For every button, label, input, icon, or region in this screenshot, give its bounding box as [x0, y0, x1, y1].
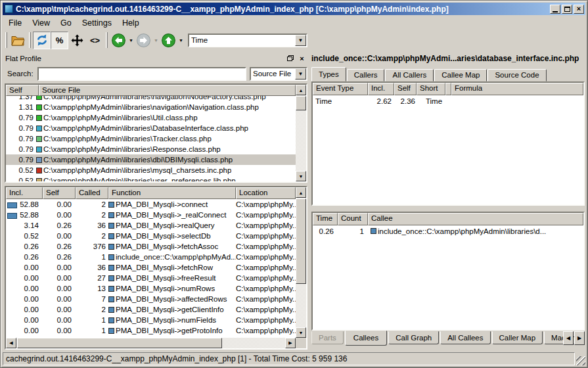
file-list-vertical-scrollbar[interactable]: ▲ ▼: [296, 85, 306, 181]
function-table-vertical-scrollbar[interactable]: ▲ ▼: [296, 187, 306, 338]
shorten-templates-button[interactable]: <>: [86, 32, 104, 49]
function-row[interactable]: 0.520.002PMA_DBI_Mysqli->selectDbC:\xamp…: [6, 231, 296, 241]
file-list-row[interactable]: 0.52C:\xampp\phpMyAdmin\libraries\user_p…: [6, 175, 296, 181]
column-header-short[interactable]: Short: [417, 83, 445, 95]
up-dropdown[interactable]: ▼: [177, 32, 185, 49]
dock-close-button[interactable]: ×: [297, 54, 307, 63]
scrollbar-thumb[interactable]: [296, 198, 306, 284]
maximize-button[interactable]: [562, 5, 572, 14]
title-bar[interactable]: C:\xampp\tmp\cachegrind.out.1416463299-C…: [3, 3, 585, 15]
event-type-selector[interactable]: Time ▼: [188, 34, 307, 47]
column-header-called[interactable]: Called: [76, 187, 108, 199]
function-row[interactable]: 0.000.0013PMA_DBI_Mysqli->numRowsC:\xamp…: [6, 283, 296, 294]
relative-percent-button[interactable]: %: [51, 32, 68, 49]
toolbar-handle[interactable]: [106, 32, 108, 48]
file-list-row[interactable]: 1.37C:\xampp\phpMyAdmin\libraries\naviga…: [6, 96, 296, 102]
column-header-callee[interactable]: Callee: [368, 213, 583, 225]
toolbar-handle[interactable]: [29, 32, 31, 48]
tab-callees[interactable]: Callees: [345, 331, 387, 346]
column-header-incl[interactable]: Incl.: [6, 187, 43, 199]
search-input[interactable]: [37, 67, 246, 81]
menu-file[interactable]: File: [3, 17, 27, 29]
scroll-down-button[interactable]: ▼: [296, 171, 306, 181]
scrollbar-thumb[interactable]: [17, 338, 222, 348]
function-row[interactable]: 0.000.001PMA_DBI_Mysqli->getProtoInfoC:\…: [6, 325, 296, 336]
file-list-row[interactable]: 1.31C:\xampp\phpMyAdmin\libraries\naviga…: [6, 102, 296, 112]
tab-parts[interactable]: Parts: [311, 331, 344, 344]
menu-go[interactable]: Go: [55, 17, 77, 29]
resize-grip-icon[interactable]: [576, 356, 585, 365]
back-dropdown[interactable]: ▼: [127, 32, 135, 49]
function-row[interactable]: 0.260.26376PMA_DBI_Mysqli->fetchAssocC:\…: [6, 241, 296, 252]
back-button[interactable]: [110, 32, 127, 49]
up-button[interactable]: [160, 32, 177, 49]
cycle-detection-button[interactable]: [33, 32, 51, 49]
column-header-incl[interactable]: Incl.: [368, 83, 394, 95]
dock-title-bar[interactable]: Flat Profile ×: [3, 52, 309, 64]
tab-scroll-right-button[interactable]: ▶: [574, 331, 585, 345]
scrollbar-thumb[interactable]: [296, 96, 306, 110]
function-table-horizontal-scrollbar[interactable]: ◀ ▶: [6, 338, 296, 348]
float-icon: [287, 55, 294, 61]
menu-help[interactable]: Help: [117, 17, 145, 29]
file-list-row[interactable]: 0.79C:\xampp\phpMyAdmin\libraries\Util.c…: [6, 112, 296, 123]
close-button[interactable]: ×: [574, 5, 584, 14]
callee-row[interactable]: 0.26 1 include_once::C:\xampp\phpMyAdmin…: [313, 225, 583, 237]
dock-float-button[interactable]: [285, 54, 295, 63]
tab-all-callees[interactable]: All Callees: [440, 331, 490, 344]
function-row[interactable]: 52.880.002PMA_DBI_Mysqli->connectC:\xamp…: [6, 199, 296, 210]
tab-types[interactable]: Types: [311, 67, 346, 81]
move-arrows-icon: [71, 34, 83, 47]
column-header-self[interactable]: Self: [43, 187, 76, 199]
combo-dropdown-icon[interactable]: ▼: [295, 35, 306, 46]
column-header-time[interactable]: Time: [313, 213, 338, 225]
function-row[interactable]: 0.000.0036PMA_DBI_Mysqli->fetchRowC:\xam…: [6, 262, 296, 273]
scroll-left-button[interactable]: ◀: [6, 338, 16, 348]
tab-call-graph[interactable]: Call Graph: [388, 331, 439, 344]
scroll-right-button[interactable]: ▶: [285, 338, 296, 348]
function-row[interactable]: 0.000.007PMA_DBI_Mysqli->affectedRowsC:\…: [6, 294, 296, 304]
tab-source-code[interactable]: Source Code: [487, 69, 546, 81]
tab-all-callers[interactable]: All Callers: [385, 69, 434, 81]
column-header-self[interactable]: Self: [394, 83, 417, 95]
event-type-row[interactable]: Time 2.62 2.36 Time: [313, 95, 583, 106]
function-row[interactable]: 0.260.261include_once::C:\xampp\phpMyAd.…: [6, 252, 296, 262]
forward-dropdown[interactable]: ▼: [152, 32, 160, 49]
expand-areas-button[interactable]: [68, 32, 86, 49]
file-list-row[interactable]: 0.79C:\xampp\phpMyAdmin\libraries\Databa…: [6, 123, 296, 133]
tab-scroll-left-button[interactable]: ◀: [563, 331, 574, 345]
tab-callee-map[interactable]: Callee Map: [434, 69, 487, 81]
group-selector[interactable]: Source File ▼: [250, 67, 307, 81]
open-file-button[interactable]: [9, 32, 27, 49]
file-list-row[interactable]: 0.52C:\xampp\phpMyAdmin\libraries\mysql_…: [6, 165, 296, 175]
status-bar: cachegrind.out.1416463299-C__xampp_phpMy…: [3, 352, 585, 366]
column-header-source-file[interactable]: Source File: [39, 85, 296, 96]
menu-settings[interactable]: Settings: [77, 17, 117, 29]
column-header-event-type[interactable]: Event Type: [313, 83, 368, 95]
scroll-up-button[interactable]: ▲: [296, 187, 306, 198]
toolbar-handle[interactable]: [5, 32, 7, 48]
function-row[interactable]: 3.140.2636PMA_DBI_Mysqli->realQueryC:\xa…: [6, 220, 296, 231]
minimize-button[interactable]: [550, 5, 560, 14]
function-row[interactable]: 0.000.002PMA_DBI_Mysqli->getClientInfoC:…: [6, 304, 296, 315]
column-header-count[interactable]: Count: [338, 213, 368, 225]
column-header-formula[interactable]: Formula: [451, 83, 583, 95]
forward-button[interactable]: [135, 32, 152, 49]
file-list-row[interactable]: 0.79C:\xampp\phpMyAdmin\libraries\Respon…: [6, 144, 296, 154]
column-header-function[interactable]: Function: [108, 187, 236, 199]
function-row[interactable]: 0.000.0027PMA_DBI_Mysqli->freeResultC:\x…: [6, 273, 296, 283]
menu-view[interactable]: View: [27, 17, 55, 29]
back-arrow-icon: [111, 33, 126, 48]
combo-dropdown-icon[interactable]: ▼: [295, 68, 306, 80]
function-row[interactable]: 52.880.002PMA_DBI_Mysqli->_realConnectC:…: [6, 210, 296, 220]
scroll-up-button[interactable]: ▲: [296, 85, 306, 95]
column-header-self[interactable]: Self: [6, 85, 39, 96]
file-list-row-selected[interactable]: 0.79C:\xampp\phpMyAdmin\libraries\dbi\DB…: [6, 154, 296, 165]
scroll-down-button[interactable]: ▼: [296, 327, 306, 338]
cost-color-icon: [36, 136, 42, 142]
column-header-location[interactable]: Location: [236, 187, 296, 199]
function-row[interactable]: 0.000.001PMA_DBI_Mysqli->numFieldsC:\xam…: [6, 315, 296, 325]
file-list-row[interactable]: 0.79C:\xampp\phpMyAdmin\libraries\Tracke…: [6, 133, 296, 144]
tab-caller-map[interactable]: Caller Map: [492, 331, 543, 344]
tab-callers[interactable]: Callers: [347, 69, 385, 81]
